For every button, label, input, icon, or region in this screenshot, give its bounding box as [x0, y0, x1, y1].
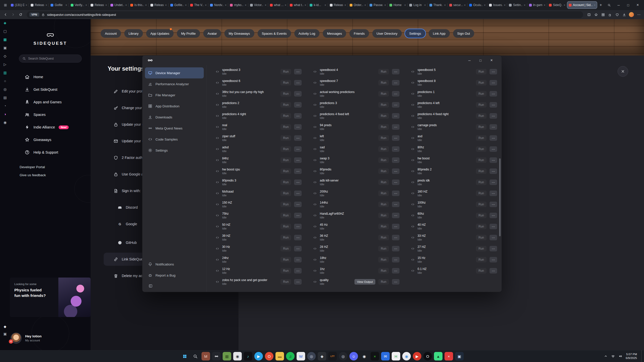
browser-tab[interactable]: Undet... × [109, 1, 129, 9]
tab-close-icon[interactable]: × [26, 4, 27, 7]
tab-close-icon[interactable]: × [504, 4, 505, 7]
run-button[interactable]: Run [476, 235, 487, 240]
browser-tab[interactable]: Gofile... × [169, 1, 188, 9]
tab-close-icon[interactable]: × [404, 4, 406, 7]
browser-tab[interactable]: Settin... × [507, 1, 527, 9]
command-menu-button[interactable]: ⋯ [294, 135, 302, 141]
nav-pill[interactable]: Friends [349, 29, 369, 38]
run-button[interactable]: Run [378, 168, 389, 174]
run-button[interactable]: Run [280, 102, 291, 108]
run-button[interactable]: Run [280, 268, 291, 274]
command-menu-button[interactable]: ⋯ [294, 168, 302, 174]
taskbar-app-icon[interactable]: ▦ [223, 352, 231, 360]
browser-tab[interactable]: Nordv... × [208, 1, 228, 9]
mqdh-maximize-button[interactable]: □ [475, 56, 486, 65]
tab-close-icon[interactable]: × [344, 4, 346, 7]
browser-tab[interactable]: Verify... × [69, 1, 89, 9]
taskbar-app-icon[interactable]: ◉ [402, 352, 411, 360]
account-row[interactable]: 4 Hey lotion My account [11, 333, 42, 344]
scrollbar-thumb[interactable] [499, 158, 501, 236]
nav-pill[interactable]: Settings [405, 29, 425, 38]
tab-close-icon[interactable]: × [265, 4, 266, 7]
tab-close-icon[interactable]: × [305, 4, 306, 7]
command-menu-button[interactable]: ⋯ [490, 168, 497, 174]
taskbar-app-icon[interactable]: ▣ [455, 352, 464, 360]
browser-tab[interactable]: Gofile × [49, 1, 69, 9]
run-button[interactable]: Run [378, 224, 389, 229]
taskbar-app-icon[interactable]: ☺ [349, 352, 358, 360]
view-output-button[interactable]: View Output [354, 279, 375, 285]
command-menu-button[interactable]: ⋯ [490, 191, 497, 196]
run-button[interactable]: Run [476, 113, 487, 119]
promo-card[interactable]: Looking for some Physics fueled fun with… [10, 278, 91, 317]
rail-icon[interactable]: ◇ [4, 54, 7, 58]
mqdh-sidebar-item[interactable]: Meta Quest News [145, 123, 204, 134]
command-menu-button[interactable]: ⋯ [294, 80, 302, 85]
nav-pill[interactable]: Library [124, 29, 143, 38]
taskbar-app-icon[interactable]: ♪ [244, 352, 252, 360]
rail-icon[interactable]: ▷ [4, 63, 7, 66]
browser-tab[interactable]: mybo... × [228, 1, 248, 9]
command-menu-button[interactable]: ⋯ [490, 257, 497, 262]
mqdh-titlebar[interactable]: ─ □ × [142, 56, 502, 65]
tab-close-icon[interactable]: × [544, 4, 545, 7]
command-menu-button[interactable]: ⋯ [392, 179, 399, 185]
command-menu-button[interactable]: ⋯ [294, 157, 302, 163]
tab-close-icon[interactable]: × [205, 4, 207, 7]
command-menu-button[interactable]: ⋯ [392, 113, 399, 119]
browser-tab[interactable]: Releas... × [29, 1, 49, 9]
command-menu-button[interactable]: ⋯ [294, 191, 302, 196]
browser-tab[interactable]: Victor... × [248, 1, 268, 9]
downloads-icon[interactable] [621, 11, 627, 18]
run-button[interactable]: Run [476, 179, 487, 185]
search-input[interactable]: Search SideQuest [19, 55, 82, 63]
rail-icon[interactable]: ◎ [4, 87, 7, 91]
taskbar-app-icon[interactable]: LTT [328, 352, 337, 360]
mqdh-sidebar-item[interactable]: Downloads [145, 112, 204, 123]
start-button[interactable] [180, 352, 189, 360]
sidebar-item[interactable]: Apps and Games [10, 96, 91, 108]
browser-tab[interactable]: The V... × [188, 1, 208, 9]
browser-tab[interactable]: what t... × [288, 1, 308, 9]
command-menu-button[interactable]: ⋯ [294, 246, 302, 251]
run-button[interactable]: Run [280, 157, 291, 163]
command-menu-button[interactable]: ⋯ [294, 213, 302, 218]
sidebar-item[interactable]: Get SideQuest [10, 83, 91, 96]
taskbar-app-icon[interactable]: W [297, 352, 305, 360]
address-bar[interactable]: VPN sidequestvr.com/account/settings/lin… [27, 11, 583, 18]
rail-icon[interactable]: ◔ [4, 104, 6, 108]
extensions-icon[interactable] [607, 11, 613, 18]
run-button[interactable]: Run [378, 102, 389, 108]
mqdh-sidebar-item[interactable]: App Distribution [145, 101, 204, 112]
run-button[interactable]: Run [280, 179, 291, 185]
run-button[interactable]: Run [476, 124, 487, 130]
run-button[interactable]: Run [280, 124, 291, 130]
command-menu-button[interactable]: ⋯ [490, 179, 497, 185]
collapse-sidebar-icon[interactable] [142, 281, 206, 291]
tab-close-icon[interactable]: × [384, 4, 386, 7]
run-button[interactable]: Run [280, 191, 291, 196]
command-menu-button[interactable]: ⋯ [490, 91, 497, 97]
command-menu-button[interactable]: ⋯ [392, 124, 399, 130]
command-menu-button[interactable]: ⋯ [392, 257, 399, 262]
taskbar-app-icon[interactable]: O [265, 352, 273, 360]
run-button[interactable]: Run [476, 157, 487, 163]
run-button[interactable]: Run [476, 257, 487, 262]
run-button[interactable]: Run [476, 268, 487, 274]
command-menu-button[interactable]: ⋯ [294, 235, 302, 240]
command-menu-button[interactable]: ⋯ [490, 69, 497, 74]
tab-close-icon[interactable]: × [145, 4, 147, 7]
tab-close-icon[interactable]: × [185, 4, 187, 7]
run-button[interactable]: Run [476, 168, 487, 174]
nav-pill[interactable]: Spaces & Events [258, 29, 291, 38]
sidebar-item[interactable]: Giveaways [10, 133, 91, 146]
mqdh-sidebar-item[interactable]: Report a Bug [145, 270, 204, 281]
run-button[interactable]: Run [280, 279, 291, 285]
browser-tab[interactable]: (131) D... × [9, 1, 29, 9]
run-button[interactable]: Run [378, 279, 389, 285]
split-screen-icon[interactable] [586, 11, 592, 18]
command-menu-button[interactable]: ⋯ [490, 124, 497, 130]
mqdh-sidebar-item[interactable]: Code Samples [145, 134, 204, 145]
run-button[interactable]: Run [378, 268, 389, 274]
new-tab-button[interactable]: + [597, 2, 604, 9]
